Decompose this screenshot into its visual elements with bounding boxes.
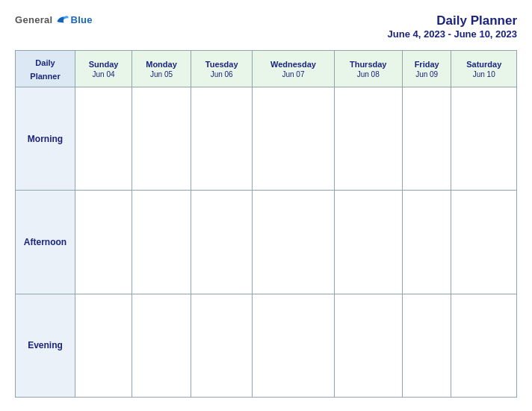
morning-saturday[interactable] — [451, 87, 517, 191]
table-header-row: DailyPlanner Sunday Jun 04 Monday Jun 05… — [16, 51, 517, 87]
logo-general-text: General — [15, 14, 53, 25]
evening-saturday[interactable] — [451, 294, 517, 397]
evening-sunday[interactable] — [75, 294, 132, 397]
evening-wednesday[interactable] — [253, 294, 334, 397]
morning-tuesday[interactable] — [191, 87, 252, 191]
col-header-friday: Friday Jun 09 — [402, 51, 451, 87]
evening-thursday[interactable] — [334, 294, 402, 397]
logo-bird-icon — [56, 13, 69, 25]
afternoon-thursday[interactable] — [334, 191, 402, 294]
day-name-saturday: Saturday — [454, 59, 513, 69]
evening-monday[interactable] — [132, 294, 191, 397]
day-date-thursday: Jun 08 — [338, 70, 399, 78]
col-header-thursday: Thursday Jun 08 — [334, 51, 402, 87]
title-area: Daily Planner June 4, 2023 - June 10, 20… — [388, 13, 517, 40]
col-header-saturday: Saturday Jun 10 — [451, 51, 517, 87]
afternoon-sunday[interactable] — [75, 191, 132, 294]
day-name-tuesday: Tuesday — [194, 59, 249, 69]
day-date-wednesday: Jun 07 — [256, 70, 330, 78]
date-range: June 4, 2023 - June 10, 2023 — [388, 28, 517, 40]
day-name-wednesday: Wednesday — [256, 59, 330, 69]
evening-label: Evening — [16, 294, 75, 397]
afternoon-monday[interactable] — [132, 191, 191, 294]
day-name-friday: Friday — [406, 59, 448, 69]
day-name-thursday: Thursday — [338, 59, 399, 69]
day-name-monday: Monday — [135, 59, 188, 69]
afternoon-saturday[interactable] — [451, 191, 517, 294]
afternoon-row: Afternoon — [16, 191, 517, 294]
afternoon-wednesday[interactable] — [253, 191, 334, 294]
page-header: General Blue Daily Planner June 4, 2023 … — [15, 13, 517, 40]
morning-sunday[interactable] — [75, 87, 132, 191]
col-header-monday: Monday Jun 05 — [132, 51, 191, 87]
evening-friday[interactable] — [402, 294, 451, 397]
morning-label: Morning — [16, 87, 75, 191]
day-date-monday: Jun 05 — [135, 70, 188, 78]
evening-row: Evening — [16, 294, 517, 397]
morning-row: Morning — [16, 87, 517, 191]
table-label: DailyPlanner — [30, 58, 60, 81]
evening-tuesday[interactable] — [191, 294, 252, 397]
morning-wednesday[interactable] — [253, 87, 334, 191]
afternoon-friday[interactable] — [402, 191, 451, 294]
col-header-sunday: Sunday Jun 04 — [75, 51, 132, 87]
afternoon-label: Afternoon — [16, 191, 75, 294]
day-date-sunday: Jun 04 — [78, 70, 129, 78]
col-header-tuesday: Tuesday Jun 06 — [191, 51, 252, 87]
day-date-saturday: Jun 10 — [454, 70, 513, 78]
day-date-friday: Jun 09 — [406, 70, 448, 78]
daily-planner-header-cell: DailyPlanner — [16, 51, 75, 87]
logo-blue-text: Blue — [71, 14, 93, 25]
logo-area: General Blue — [15, 13, 93, 25]
col-header-wednesday: Wednesday Jun 07 — [253, 51, 334, 87]
page-title: Daily Planner — [388, 13, 517, 28]
afternoon-tuesday[interactable] — [191, 191, 252, 294]
day-name-sunday: Sunday — [78, 59, 129, 69]
day-date-tuesday: Jun 06 — [194, 70, 249, 78]
planner-table: DailyPlanner Sunday Jun 04 Monday Jun 05… — [15, 50, 517, 398]
morning-thursday[interactable] — [334, 87, 402, 191]
morning-friday[interactable] — [402, 87, 451, 191]
morning-monday[interactable] — [132, 87, 191, 191]
